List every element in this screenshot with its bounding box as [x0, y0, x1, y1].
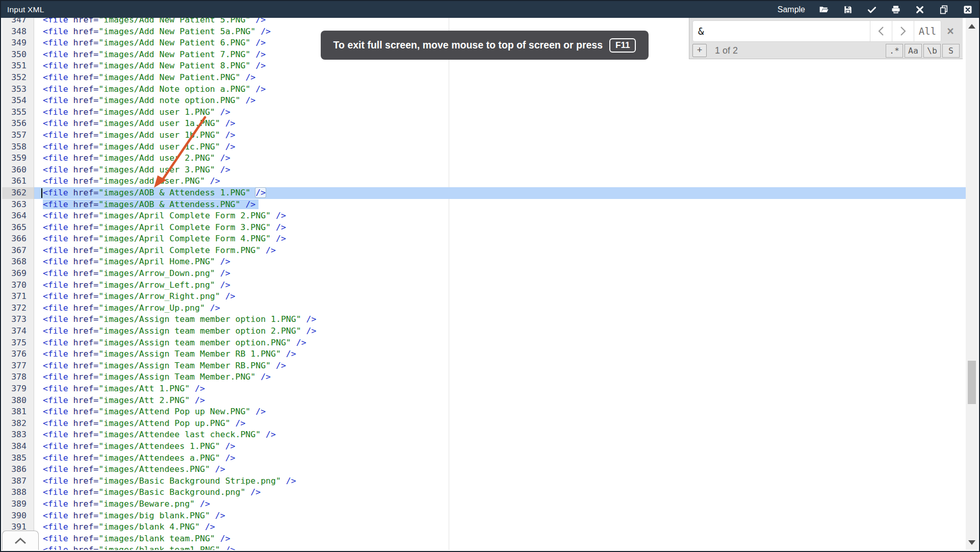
code-line[interactable]: 391<file href="images/blank 4.PNG" />	[2, 521, 966, 533]
code-line[interactable]: 357<file href="images/Add user 1b.PNG" /…	[2, 130, 966, 141]
line-number[interactable]: 368	[2, 256, 34, 268]
line-content[interactable]: <file href="images/Assign team member op…	[34, 325, 316, 337]
line-content[interactable]: <file href="images/Arrow_Down.png" />	[34, 268, 230, 280]
cancel-icon[interactable]	[915, 5, 925, 15]
line-content[interactable]: <file href="images/Arrow_Left.png" />	[34, 280, 230, 291]
line-content[interactable]: <file href="images/Assign team member op…	[34, 337, 306, 349]
code-line[interactable]: 377<file href="images/Assign Team Member…	[2, 360, 966, 372]
line-content[interactable]: <file href="images/April Complete Form 4…	[34, 233, 286, 245]
line-content[interactable]: <file href="images/Attendees a.PNG" />	[34, 453, 236, 464]
code-line[interactable]: 374<file href="images/Assign team member…	[2, 325, 966, 337]
line-content[interactable]: <file href="images/AOB & Attendess 1.PNG…	[34, 187, 966, 199]
line-content[interactable]: <file href="images/Add note option.PNG" …	[34, 95, 255, 107]
line-number[interactable]: 383	[2, 429, 34, 441]
line-content[interactable]: <file href="images/Assign team member op…	[34, 314, 316, 325]
code-line[interactable]: 381<file href="images/Attend Pop up New.…	[2, 406, 966, 418]
line-number[interactable]: 390	[2, 510, 34, 522]
line-content[interactable]: <file href="images/blank 4.PNG" />	[34, 521, 215, 533]
code-line[interactable]: 368<file href="images/April Home.PNG" />	[2, 256, 966, 268]
collapse-panel-tab[interactable]	[2, 531, 39, 550]
code-line[interactable]: 380<file href="images/Att 2.PNG" />	[2, 395, 966, 407]
line-number[interactable]: 388	[2, 487, 34, 498]
line-content[interactable]: <file href="images/Basic Background.png"…	[34, 487, 261, 498]
code-line[interactable]: 356<file href="images/Add user 1a.PNG" /…	[2, 118, 966, 130]
line-number[interactable]: 380	[2, 395, 34, 407]
line-content[interactable]: <file href="images/Attend Pop up.PNG" />	[34, 418, 245, 430]
line-number[interactable]: 389	[2, 498, 34, 510]
line-number[interactable]: 360	[2, 164, 34, 176]
line-number[interactable]: 361	[2, 175, 34, 187]
line-content[interactable]: <file href="images/Beware.png" />	[34, 498, 210, 510]
code-line[interactable]: 389<file href="images/Beware.png" />	[2, 498, 966, 510]
code-line[interactable]: 367<file href="images/April Complete For…	[2, 245, 966, 257]
code-line[interactable]: 361<file href="images/add user.PNG" />	[2, 175, 966, 187]
line-content[interactable]: <file href="images/April Complete Form 2…	[34, 210, 286, 222]
line-content[interactable]: <file href="images/add user.PNG" />	[34, 175, 220, 187]
line-number[interactable]: 348	[2, 26, 34, 38]
code-line[interactable]: 370<file href="images/Arrow_Left.png" />	[2, 280, 966, 291]
code-line[interactable]: 352<file href="images/Add New Patient.PN…	[2, 72, 966, 84]
line-number[interactable]: 353	[2, 84, 34, 95]
line-content[interactable]: <file href="images/Assign Team Member RB…	[34, 348, 296, 360]
code-line[interactable]: 372<file href="images/Arrow_Up.png" />	[2, 303, 966, 314]
code-line[interactable]: 365<file href="images/April Complete For…	[2, 222, 966, 234]
search-input[interactable]	[693, 21, 870, 41]
code-line[interactable]: 355<file href="images/Add user 1.PNG" />	[2, 107, 966, 118]
line-number[interactable]: 375	[2, 337, 34, 349]
line-content[interactable]: <file href="images/Add user 1a.PNG" />	[34, 118, 236, 130]
scroll-up-arrow-icon[interactable]	[968, 24, 975, 29]
line-number[interactable]: 365	[2, 222, 34, 234]
code-line[interactable]: 358<file href="images/Add user 1c.PNG" /…	[2, 141, 966, 153]
line-number[interactable]: 349	[2, 37, 34, 49]
line-number[interactable]: 364	[2, 210, 34, 222]
previous-match-button[interactable]	[870, 21, 892, 41]
code-line[interactable]: 393<file href="images/blank team1.PNG" /…	[2, 544, 966, 550]
regex-option-button[interactable]: .*	[886, 44, 903, 58]
code-line[interactable]: 376<file href="images/Assign Team Member…	[2, 348, 966, 360]
line-number[interactable]: 355	[2, 107, 34, 118]
line-number[interactable]: 359	[2, 153, 34, 164]
xml-editor[interactable]: 347<file href="images/Add New Patient 5.…	[2, 18, 978, 550]
line-content[interactable]: <file href="images/Add Note option a.PNG…	[34, 84, 266, 95]
line-content[interactable]: <file href="images/Assign Team Member RB…	[34, 360, 286, 372]
line-number[interactable]: 381	[2, 406, 34, 418]
line-content[interactable]: <file href="images/Attend Pop up New.PNG…	[34, 406, 266, 418]
line-content[interactable]: <file href="images/Attendees 1.PNG" />	[34, 441, 236, 453]
line-content[interactable]: <file href="images/Add New Patient 7.PNG…	[34, 49, 266, 61]
code-line[interactable]: 359<file href="images/Add user 2.PNG" />	[2, 153, 966, 164]
line-number[interactable]: 362	[2, 187, 34, 199]
line-number[interactable]: 384	[2, 441, 34, 453]
line-content[interactable]: <file href="images/Add user 3.PNG" />	[34, 164, 230, 176]
line-content[interactable]: <file href="images/blank team1.PNG" />	[34, 544, 236, 550]
line-number[interactable]: 378	[2, 371, 34, 383]
line-content[interactable]: <file href="images/Attendees.PNG" />	[34, 464, 225, 475]
line-content[interactable]: <file href="images/Add New Patient.PNG" …	[34, 72, 255, 84]
line-content[interactable]: <file href="images/Att 1.PNG" />	[34, 383, 205, 395]
line-content[interactable]: <file href="images/April Complete Form 3…	[34, 222, 286, 234]
print-icon[interactable]	[891, 5, 901, 15]
selection-option-button[interactable]: S	[942, 44, 960, 58]
line-content[interactable]: <file href="images/Add user 1b.PNG" />	[34, 130, 236, 141]
line-number[interactable]: 352	[2, 72, 34, 84]
line-content[interactable]: <file href="images/Attendee last check.P…	[34, 429, 276, 441]
line-number[interactable]: 363	[2, 199, 34, 211]
code-line[interactable]: 369<file href="images/Arrow_Down.png" />	[2, 268, 966, 280]
code-line[interactable]: 354<file href="images/Add note option.PN…	[2, 95, 966, 107]
line-content[interactable]: <file href="images/big blank.PNG" />	[34, 510, 225, 522]
validate-check-icon[interactable]	[867, 5, 877, 15]
line-number[interactable]: 372	[2, 303, 34, 314]
line-content[interactable]: <file href="images/Basic Background Stri…	[34, 475, 296, 487]
code-line[interactable]: 375<file href="images/Assign team member…	[2, 337, 966, 349]
line-number[interactable]: 354	[2, 95, 34, 107]
line-number[interactable]: 382	[2, 418, 34, 430]
match-case-option-button[interactable]: Aa	[905, 44, 922, 58]
line-content[interactable]: <file href="images/Add New Patient 5.PNG…	[34, 18, 266, 26]
code-line[interactable]: 366<file href="images/April Complete For…	[2, 233, 966, 245]
line-number[interactable]: 370	[2, 280, 34, 291]
line-number[interactable]: 371	[2, 291, 34, 303]
line-content[interactable]: <file href="images/Add user 2.PNG" />	[34, 153, 230, 164]
line-content[interactable]: <file href="images/Add user 1.PNG" />	[34, 107, 230, 118]
line-content[interactable]: <file href="images/Att 2.PNG" />	[34, 395, 205, 407]
line-content[interactable]: <file href="images/Add New Patient 5a.PN…	[34, 26, 271, 38]
line-number[interactable]: 385	[2, 453, 34, 464]
